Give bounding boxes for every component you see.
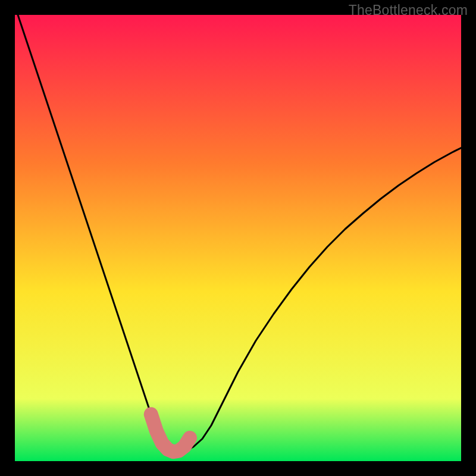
plot-area (15, 15, 461, 461)
gradient-background (15, 15, 461, 461)
chart-frame: TheBottleneck.com (0, 0, 476, 476)
bottleneck-chart (15, 15, 461, 461)
